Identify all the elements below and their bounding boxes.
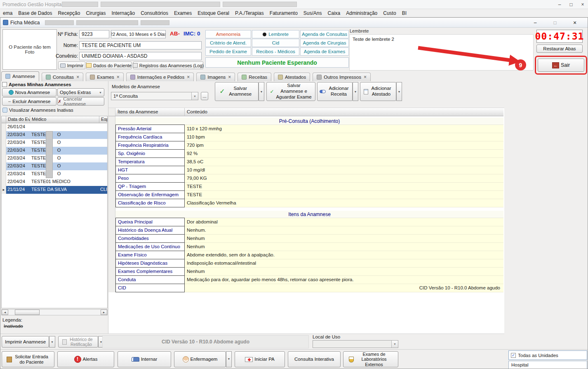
item-value[interactable]: 110 bpm xyxy=(185,133,503,141)
cid-button[interactable]: Cid xyxy=(252,39,299,47)
menu-item-cirurgias[interactable]: Cirurgias xyxy=(83,9,108,17)
chevron-down-icon[interactable]: ▼ xyxy=(391,341,398,348)
modelo-browse-button[interactable]: ... xyxy=(201,92,208,100)
exames-lab-externos-button[interactable]: Exames de Laboratórios Externos xyxy=(343,351,398,367)
ficha-number-field[interactable]: 9223 xyxy=(79,30,109,38)
scroll-right-icon[interactable]: ► xyxy=(101,310,107,315)
menu-item-administracao[interactable]: Administração xyxy=(343,9,380,17)
atestado-dropdown[interactable]: ▼ xyxy=(396,82,402,101)
menu-item-exames[interactable]: Exames xyxy=(171,9,195,17)
item-value[interactable]: Nenhum. xyxy=(185,226,503,235)
filter-checkbox[interactable] xyxy=(2,82,7,87)
window-close-button[interactable]: × xyxy=(568,19,582,27)
item-value[interactable]: 92 % xyxy=(185,150,503,158)
amenorreia-button[interactable]: Amenorreia xyxy=(205,30,251,38)
unidade-select[interactable]: Hospital xyxy=(508,361,587,369)
anamnese-list-row[interactable]: 22/03/24 TESTE EO xyxy=(2,131,107,139)
pedido-exame-button[interactable]: Pedido de Exame xyxy=(205,47,251,56)
anamnese-list-row[interactable]: 22/03/24 TESTE EO xyxy=(2,170,107,178)
local-de-uso-select[interactable]: ▼ xyxy=(313,340,398,348)
patient-name-field[interactable]: TESTE DE PACIENTE UM xyxy=(79,41,202,49)
item-value[interactable]: Indisposição estomacal/intestinal xyxy=(185,259,503,268)
menu-item-bi[interactable]: BI xyxy=(399,9,409,17)
scrollbar-thumb[interactable] xyxy=(15,310,40,315)
recibos-medicos-button[interactable]: Recibos - Médicos xyxy=(252,47,299,56)
dados-do-paciente-button[interactable]: Dados do Paciente xyxy=(86,61,132,69)
iniciar-pa-button[interactable]: Iniciar PA xyxy=(235,351,285,367)
window-minimize-button[interactable]: – xyxy=(528,19,542,27)
tab-receitas[interactable]: Receitas xyxy=(238,73,271,81)
menu-item-caixa[interactable]: Caixa xyxy=(325,9,343,17)
tab-atestados[interactable]: Atestados xyxy=(274,73,310,81)
todas-unidades-toggle[interactable]: ✓ Todas as Unidades xyxy=(508,350,587,360)
solicitar-entrada-button[interactable]: Solicitar Entrada do Paciente xyxy=(2,351,54,367)
salvar-aguardar-exame-button[interactable]: ✓ Salvar Anamnese e Aguardar Exame xyxy=(266,82,315,101)
item-value[interactable]: 10 mg/dl xyxy=(185,166,503,174)
salvar-dropdown[interactable]: ▼ xyxy=(259,82,264,101)
item-value[interactable]: Nenhum xyxy=(185,243,503,251)
item-value[interactable]: TESTE xyxy=(185,191,503,199)
item-value[interactable]: Dor abdominal xyxy=(185,218,503,226)
menu-item-consultorios[interactable]: Consultórios xyxy=(138,9,171,17)
opcoes-extras-button[interactable]: Opções Extras ▼ xyxy=(57,88,104,96)
sair-button[interactable]: ← Sair xyxy=(538,59,584,72)
item-value[interactable]: Nenhum xyxy=(185,268,503,276)
scroll-left-icon[interactable]: ◄ xyxy=(2,310,8,315)
inner-scrollbar-thumb[interactable] xyxy=(46,131,53,178)
column-header-conteudo[interactable]: Conteúdo xyxy=(185,108,503,116)
chevron-down-icon[interactable]: ▼ xyxy=(191,92,198,100)
anamnese-list-row[interactable]: 22/03/24 TESTE EO xyxy=(2,147,107,155)
salvar-anamnese-button[interactable]: ✓ Salvar Anamnese xyxy=(215,82,259,101)
anamnese-list-row[interactable]: 22/03/24 TESTE EO xyxy=(2,155,107,162)
adicionar-receita-button[interactable]: Adicionar Receita xyxy=(317,82,353,101)
lembrete-button[interactable]: Lembrete xyxy=(252,30,299,38)
anamnese-list-row[interactable]: 26/01/24 xyxy=(2,123,107,131)
window-maximize-button[interactable]: □ xyxy=(548,19,562,27)
restaurar-abas-button[interactable]: Restaurar Abas xyxy=(536,45,583,53)
tab-close-icon[interactable]: × xyxy=(364,74,367,80)
item-value[interactable]: 38,5 oC xyxy=(185,158,503,166)
tab-anamnese[interactable]: Anamnese xyxy=(1,71,39,81)
item-value[interactable]: 720 ipm xyxy=(185,141,503,150)
registros-log-button[interactable]: Registros das Anamneses (Log) xyxy=(133,61,203,69)
anamnese-list-row[interactable]: 22/04/24 TESTE01 MEDICO xyxy=(2,178,107,186)
item-value[interactable]: CID Versão 10 - R10.0 Abdome agudo xyxy=(185,284,503,292)
menu-item-sistema[interactable]: ema xyxy=(0,9,15,17)
column-header-medico[interactable]: Médico xyxy=(30,116,99,123)
tab-consultas[interactable]: Consultas × xyxy=(42,73,83,81)
nova-anamnese-button[interactable]: Nova Anamnese xyxy=(2,88,56,96)
menu-item-recepcao[interactable]: Recepção xyxy=(55,9,83,17)
chevron-down-icon[interactable]: ▼ xyxy=(99,91,102,94)
consulta-interativa-button[interactable]: Consulta Interativa xyxy=(288,351,341,367)
agenda-consultas-button[interactable]: Agenda de Consultas xyxy=(300,30,349,38)
tab-imagens[interactable]: Imagens × xyxy=(196,73,235,81)
item-value[interactable]: TESTE xyxy=(185,183,503,191)
app-close-button[interactable]: × xyxy=(577,0,588,8)
tab-close-icon[interactable]: × xyxy=(228,74,231,80)
tab-exames[interactable]: Exames × xyxy=(86,73,124,81)
item-value[interactable]: Medicação para dor, aguardar pelo menos … xyxy=(185,276,503,284)
imprimir-button[interactable]: Imprimir xyxy=(58,61,85,69)
agenda-exames-button[interactable]: Agenda de Exames xyxy=(300,47,349,56)
tab-close-icon[interactable]: × xyxy=(76,74,79,80)
item-value[interactable]: Nenhum xyxy=(185,235,503,243)
convenio-field[interactable]: UNIMED GOIANIA - ASDASD xyxy=(79,52,202,60)
menu-item-custo[interactable]: Custo xyxy=(380,9,399,17)
anamnese-list-row[interactable]: 22/03/24 TESTE EO xyxy=(2,162,107,170)
anamnese-list-row-selected[interactable]: ► 21/11/24 TESTE DA SILVA CLI xyxy=(2,186,107,194)
enfermagem-button[interactable]: Enfermagem xyxy=(174,351,226,367)
column-header-esp[interactable]: Esp xyxy=(99,116,107,123)
alertas-button[interactable]: ! Alertas xyxy=(57,351,114,367)
tab-outros-impressos[interactable]: Outros Impressos × xyxy=(313,73,371,81)
tab-internacoes-pedidos[interactable]: Internações e Pedidos × xyxy=(126,73,194,81)
horizontal-scrollbar[interactable]: ◄ ► xyxy=(1,309,108,315)
enfermagem-dropdown[interactable]: ▼ xyxy=(226,351,232,367)
internar-button[interactable]: Internar xyxy=(118,351,171,367)
todas-unidades-checkbox[interactable]: ✓ xyxy=(511,353,516,358)
receita-dropdown[interactable]: ▼ xyxy=(353,82,358,101)
menu-item-estoque-geral[interactable]: Estoque Geral xyxy=(195,9,232,17)
historico-retificacao-button[interactable]: Histórico de Retificação xyxy=(58,336,98,348)
modelo-anamnese-select[interactable]: 1ª Consulta ▼ xyxy=(111,92,198,100)
anamnese-list-row[interactable]: 22/03/24 TESTE EO xyxy=(2,139,107,147)
imprimir-anamnese-button[interactable]: Imprimir Anamnese xyxy=(2,336,49,348)
